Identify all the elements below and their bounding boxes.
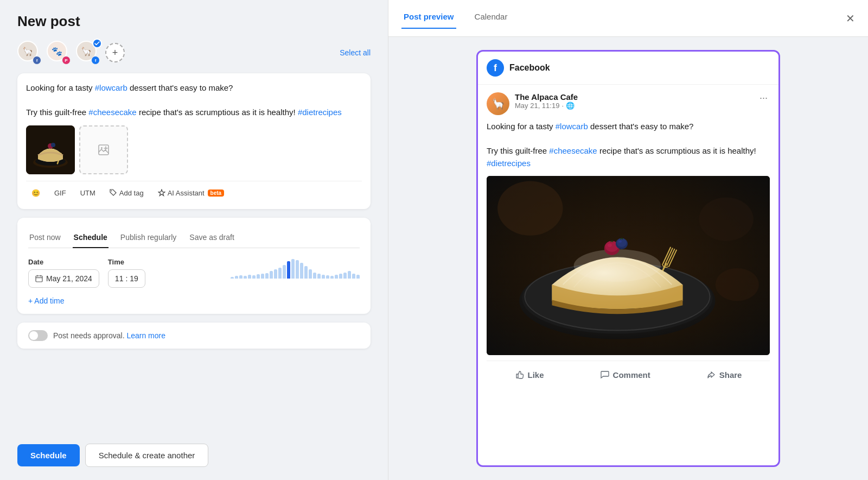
fb-comment-button[interactable]: Comment xyxy=(591,367,659,383)
tab-schedule[interactable]: Schedule xyxy=(73,229,108,248)
chart-bar-2 xyxy=(239,275,242,279)
tag-icon xyxy=(110,189,117,197)
time-label: Time xyxy=(108,258,145,266)
add-tag-button[interactable]: Add tag xyxy=(104,186,149,200)
svg-point-28 xyxy=(608,244,612,247)
svg-point-14 xyxy=(699,198,754,241)
chart-bar-7 xyxy=(261,274,264,279)
post-options-icon[interactable]: ··· xyxy=(757,92,770,104)
svg-point-5 xyxy=(51,143,55,147)
tab-publish-regularly[interactable]: Publish regularly xyxy=(119,229,178,248)
chart-bar-28 xyxy=(352,274,355,279)
account-avatar-3[interactable]: 🦙 f xyxy=(76,41,100,65)
composer-text: Looking for a tasty #lowcarb dessert tha… xyxy=(26,82,362,119)
facebook-preview: f Facebook 🦙 The Alpaca Cafe May 21, 11:… xyxy=(476,50,780,467)
chart-bar-12 xyxy=(283,265,286,279)
svg-point-15 xyxy=(716,268,759,301)
date-label: Date xyxy=(28,258,99,266)
chart-bar-24 xyxy=(335,275,338,279)
svg-rect-11 xyxy=(36,276,42,282)
svg-point-25 xyxy=(574,249,661,282)
fb-page-name: The Alpaca Cafe xyxy=(515,92,757,102)
chart-bar-17 xyxy=(304,266,308,279)
svg-point-30 xyxy=(617,238,627,247)
approval-toggle[interactable] xyxy=(28,330,48,341)
ai-beta-badge: beta xyxy=(208,190,225,197)
tab-post-now[interactable]: Post now xyxy=(28,229,62,248)
select-all-link[interactable]: Select all xyxy=(340,48,371,57)
emoji-button[interactable]: 😊 xyxy=(26,186,46,200)
chart-bar-6 xyxy=(257,274,260,279)
chart-bar-13 xyxy=(287,261,290,279)
schedule-card: Post now Schedule Publish regularly Save… xyxy=(17,218,371,314)
add-account-button[interactable]: + xyxy=(105,43,125,62)
svg-point-31 xyxy=(618,241,622,243)
chart-bar-29 xyxy=(356,275,360,279)
fb-like-button[interactable]: Like xyxy=(506,367,553,383)
chart-bar-18 xyxy=(309,269,312,279)
preview-header: Post preview Calendar ✕ xyxy=(388,0,868,37)
composer-card: Looking for a tasty #lowcarb dessert tha… xyxy=(17,73,371,209)
calendar-icon xyxy=(35,275,43,282)
fb-share-button[interactable]: Share xyxy=(698,367,751,383)
fb-post-text: Looking for a tasty #lowcarb dessert tha… xyxy=(487,121,770,169)
chart-bar-15 xyxy=(296,260,299,279)
bottom-button-row: Schedule Schedule & create another xyxy=(17,444,371,467)
like-icon xyxy=(515,370,525,380)
chart-bar-1 xyxy=(235,276,238,279)
close-button[interactable]: ✕ xyxy=(846,13,855,24)
chart-bar-27 xyxy=(348,271,351,279)
fb-header: f Facebook xyxy=(478,52,778,85)
add-time-button[interactable]: + Add time xyxy=(28,296,65,305)
chart-bar-26 xyxy=(343,273,347,279)
facebook-logo-icon: f xyxy=(487,59,504,77)
engagement-chart xyxy=(231,258,360,280)
preview-content: f Facebook 🦙 The Alpaca Cafe May 21, 11:… xyxy=(388,37,868,480)
add-media-button[interactable] xyxy=(79,125,128,174)
tab-post-preview[interactable]: Post preview xyxy=(401,8,456,29)
fb-post-header: 🦙 The Alpaca Cafe May 21, 11:19 · 🌐 ··· xyxy=(487,92,770,115)
chart-bar-10 xyxy=(274,269,277,279)
chart-bar-22 xyxy=(326,275,329,279)
tab-save-draft[interactable]: Save as draft xyxy=(188,229,235,248)
cheesecake-thumbnail-svg xyxy=(26,125,75,174)
chart-bar-23 xyxy=(330,276,334,279)
media-thumbnail-1[interactable] xyxy=(26,125,75,174)
chart-bar-11 xyxy=(278,268,282,279)
chart-bar-4 xyxy=(248,275,251,279)
image-add-icon xyxy=(97,143,110,156)
utm-button[interactable]: UTM xyxy=(75,186,101,200)
fb-post-timestamp: May 21, 11:19 · 🌐 xyxy=(515,102,757,110)
fb-post-actions: Like Comment Share xyxy=(487,361,770,385)
time-field-group: Time 11 : 19 xyxy=(108,258,145,288)
chart-bar-5 xyxy=(252,275,256,279)
chart-bar-9 xyxy=(270,271,273,279)
learn-more-link[interactable]: Learn more xyxy=(126,331,165,340)
chart-bar-19 xyxy=(313,273,316,279)
date-input[interactable]: May 21, 2024 xyxy=(28,269,99,288)
toolbar-row: 😊 GIF UTM Add tag AI Assistant beta xyxy=(26,181,362,200)
svg-point-7 xyxy=(101,147,103,149)
account-avatar-1[interactable]: 🦙 f xyxy=(17,41,41,65)
chart-bar-25 xyxy=(339,274,342,279)
account-avatar-2[interactable]: 🐾 P xyxy=(47,41,71,65)
fb-post-meta: The Alpaca Cafe May 21, 11:19 · 🌐 xyxy=(515,92,757,110)
fb-post-image xyxy=(487,176,770,355)
time-input[interactable]: 11 : 19 xyxy=(108,269,145,288)
schedule-create-another-button[interactable]: Schedule & create another xyxy=(85,444,209,467)
svg-point-10 xyxy=(111,191,112,192)
left-panel: New post 🦙 f 🐾 P 🦙 f + Select all xyxy=(0,0,388,480)
right-panel: Post preview Calendar ✕ f Facebook 🦙 The… xyxy=(388,0,868,480)
schedule-tabs: Post now Schedule Publish regularly Save… xyxy=(28,229,360,248)
chart-bar-0 xyxy=(231,277,234,279)
chart-bar-3 xyxy=(244,276,247,279)
fb-platform-name: Facebook xyxy=(509,63,550,73)
ai-assistant-button[interactable]: AI Assistant beta xyxy=(152,186,229,200)
date-time-row: Date May 21, 2024 Time 11 : 19 xyxy=(28,258,360,288)
globe-icon: 🌐 xyxy=(566,102,575,110)
cheesecake-image-svg xyxy=(487,176,770,355)
chart-bar-20 xyxy=(317,274,321,279)
gif-button[interactable]: GIF xyxy=(49,186,72,200)
schedule-button[interactable]: Schedule xyxy=(17,444,80,466)
tab-calendar[interactable]: Calendar xyxy=(473,8,510,29)
